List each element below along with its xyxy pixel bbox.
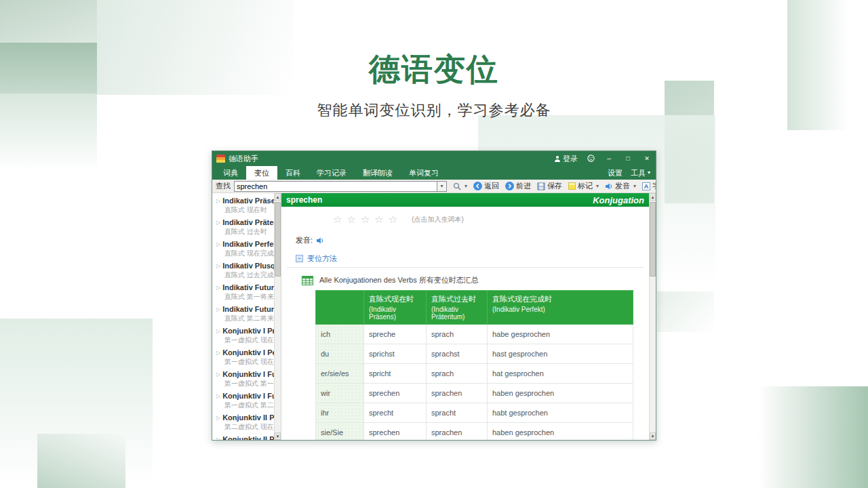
tense-name-zh: 直陈式 过去时 <box>224 227 274 237</box>
sidebar-item[interactable]: Konjunktiv I Futur II第一虚拟式 第二将来时 <box>212 390 274 412</box>
save-icon <box>537 182 545 190</box>
scroll-up-icon[interactable] <box>650 193 656 201</box>
form-cell: hast gesprochen <box>488 344 633 364</box>
expand-arrow-icon[interactable] <box>216 436 220 441</box>
back-button[interactable]: 返回 <box>473 181 499 191</box>
sidebar-scrollbar[interactable] <box>274 193 281 440</box>
expand-arrow-icon[interactable] <box>216 220 220 226</box>
scroll-up-icon[interactable] <box>275 193 281 201</box>
sidebar-item[interactable]: Indikativ Plusquamperfekt直陈式 过去完成时 <box>212 260 274 282</box>
person-cell: er/sie/es <box>316 364 364 384</box>
tense-name-zh: 第一虚拟式 现在时 <box>224 336 274 345</box>
form-cell: sprecht <box>364 403 427 423</box>
sidebar-item[interactable]: Indikativ Futur II直陈式 第二将来时 <box>212 304 274 325</box>
sidebar-item[interactable]: Indikativ Präteritum直陈式 过去时 <box>212 217 274 239</box>
tools-button[interactable]: 工具 <box>631 168 650 178</box>
maximize-button[interactable] <box>623 151 633 166</box>
expand-arrow-icon[interactable] <box>216 393 220 399</box>
tense-name-zh: 第一虚拟式 第一将来时 <box>224 379 274 388</box>
expand-arrow-icon[interactable] <box>216 350 220 356</box>
font-icon <box>642 182 650 190</box>
sidebar-item[interactable]: Konjunktiv II Plusquamperfekt第二虚拟式 过去时 <box>212 434 274 440</box>
form-cell: hat gesprochen <box>488 364 633 384</box>
tab[interactable]: 词典 <box>215 166 246 180</box>
tab[interactable]: 学习记录 <box>309 166 355 180</box>
scroll-down-icon[interactable] <box>650 432 656 440</box>
chevron-down-icon[interactable] <box>596 184 599 189</box>
login-button[interactable]: 登录 <box>554 154 578 164</box>
chevron-down-icon[interactable] <box>633 184 636 189</box>
minimize-button[interactable] <box>604 151 614 166</box>
chevron-down-icon[interactable] <box>465 184 467 189</box>
sidebar-item[interactable]: Konjunktiv I Perfekt第一虚拟式 现在完成时 <box>212 347 274 369</box>
close-button[interactable] <box>642 151 652 166</box>
tense-name-zh: 第一虚拟式 第二将来时 <box>224 401 274 410</box>
tense-name-zh: 直陈式 现在完成时 <box>224 249 274 258</box>
person-cell: wir <box>316 384 364 403</box>
rating-widget[interactable]: (点击加入生词本) <box>333 214 649 226</box>
pronounce-button[interactable]: 发音 <box>605 181 636 191</box>
expand-arrow-icon[interactable] <box>216 415 220 421</box>
sidebar-item[interactable]: Indikativ Futur I直陈式 第一将来时 <box>212 282 274 304</box>
tense-name-zh: 直陈式 过去完成时 <box>224 270 274 280</box>
expand-arrow-icon[interactable] <box>216 263 220 269</box>
font-label: 字体 <box>652 181 656 191</box>
table-row: er/sie/essprichtsprachhat gesprochen <box>316 364 633 384</box>
column-header: 直陈式过去时(Indikativ Präteritum) <box>427 291 488 325</box>
tab[interactable]: 变位 <box>246 166 277 180</box>
star-outline-icon[interactable] <box>374 214 383 226</box>
forward-button[interactable]: 前进 <box>505 181 531 191</box>
speaker-icon[interactable] <box>316 237 324 245</box>
sidebar: Indikativ Präsens直陈式 现在时Indikativ Präter… <box>212 193 281 440</box>
chevron-down-icon <box>440 184 443 189</box>
star-outline-icon[interactable] <box>389 214 397 226</box>
sidebar-item[interactable]: Konjunktiv I Präsens第一虚拟式 现在时 <box>212 325 274 347</box>
scrollbar-thumb[interactable] <box>650 202 656 277</box>
chevron-down-icon <box>648 170 650 176</box>
column-header: 直陈式现在时(Indikativ Präsens) <box>364 291 427 325</box>
mark-button[interactable]: 标记 <box>568 181 599 191</box>
tab-bar: 词典变位百科学习记录翻译朗读单词复习 设置 工具 <box>212 166 656 180</box>
save-button[interactable]: 保存 <box>537 181 562 191</box>
table-icon <box>302 276 313 285</box>
settings-button[interactable]: 设置 <box>608 168 623 178</box>
star-outline-icon[interactable] <box>361 214 370 226</box>
expand-arrow-icon[interactable] <box>216 328 220 334</box>
tab[interactable]: 翻译朗读 <box>355 166 401 180</box>
search-input[interactable] <box>234 181 437 192</box>
content-scrollbar[interactable] <box>649 193 656 440</box>
collapse-icon[interactable] <box>296 255 303 262</box>
tab[interactable]: 单词复习 <box>401 166 447 180</box>
form-cell: haben gesprochen <box>488 384 633 403</box>
tab[interactable]: 百科 <box>277 166 309 180</box>
feedback-icon[interactable] <box>587 152 595 165</box>
table-row: dusprichstsprachsthast gesprochen <box>316 344 633 364</box>
star-outline-icon[interactable] <box>347 214 355 226</box>
scroll-down-icon[interactable] <box>275 432 281 440</box>
sidebar-item[interactable]: Indikativ Perfekt直陈式 现在完成时 <box>212 239 274 260</box>
search-button[interactable] <box>453 182 467 190</box>
tense-name-zh: 第二虚拟式 现在时 <box>224 422 274 432</box>
mark-label: 标记 <box>578 181 593 191</box>
form-cell: spricht <box>364 364 427 384</box>
star-outline-icon[interactable] <box>333 214 342 226</box>
font-button[interactable]: 字体 <box>642 181 656 191</box>
expand-arrow-icon[interactable] <box>216 306 220 312</box>
expand-arrow-icon[interactable] <box>216 371 220 378</box>
banner-right-label: Konjugation <box>593 195 644 205</box>
table-row: ichsprechesprachhabe gesprochen <box>316 325 633 344</box>
sidebar-item[interactable]: Indikativ Präsens直陈式 现在时 <box>212 195 274 217</box>
search-icon <box>453 182 461 190</box>
expand-arrow-icon[interactable] <box>216 241 220 247</box>
sidebar-item[interactable]: Konjunktiv II Präteritum第二虚拟式 现在时 <box>212 412 274 434</box>
section-toggle[interactable]: 变位方法 <box>307 253 337 264</box>
scrollbar-thumb[interactable] <box>275 202 281 277</box>
sidebar-item[interactable]: Konjunktiv I Futur I第一虚拟式 第一将来时 <box>212 369 274 390</box>
user-icon <box>554 155 561 162</box>
form-cell: sprechen <box>364 423 427 441</box>
tense-name-zh: 直陈式 第一将来时 <box>224 292 274 302</box>
decor-block <box>37 434 125 488</box>
expand-arrow-icon[interactable] <box>216 198 220 204</box>
search-history-dropdown[interactable] <box>437 181 447 192</box>
expand-arrow-icon[interactable] <box>216 285 220 291</box>
